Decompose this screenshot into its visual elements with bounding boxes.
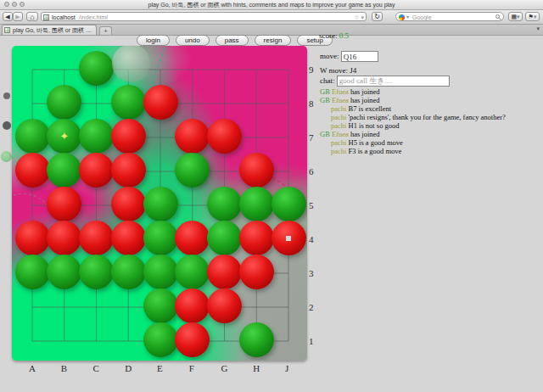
- green-stone-A7[interactable]: [15, 119, 50, 154]
- row-label-5: 5: [309, 200, 314, 210]
- green-stone-E5[interactable]: [143, 187, 178, 221]
- red-stone-B4[interactable]: [47, 221, 81, 255]
- panel-menu-button[interactable]: ▦▾: [508, 12, 523, 21]
- chat-log: GB Efuea has joinedGB Efuea has joinedpa…: [320, 87, 506, 155]
- green-stone-C3[interactable]: [79, 255, 114, 289]
- browser-window: { "window": { "title": "play Go, 바둑, 围棋 …: [0, 0, 543, 392]
- column-label-F: F: [189, 363, 194, 373]
- green-stone-B6[interactable]: [47, 153, 81, 188]
- move-input[interactable]: [341, 51, 378, 62]
- url-path: /index.html: [79, 14, 108, 21]
- chat-line: pachi F3 is a good move: [320, 147, 506, 155]
- google-logo-icon: [399, 14, 405, 20]
- green-stone-E1[interactable]: [143, 322, 178, 357]
- go-board[interactable]: ✦: [12, 46, 307, 361]
- row-label-7: 7: [309, 132, 314, 143]
- red-stone-C6[interactable]: [79, 153, 114, 188]
- red-stone-A6[interactable]: [15, 153, 50, 188]
- bookmarks-menu-button[interactable]: ⚑▾: [525, 12, 540, 21]
- red-stone-J4[interactable]: [272, 221, 306, 255]
- row-label-8: 8: [309, 98, 314, 109]
- green-stone-F3[interactable]: [175, 255, 210, 289]
- green-stone-J5[interactable]: [272, 187, 306, 221]
- row-label-9: 9: [309, 64, 314, 75]
- window-close-button[interactable]: [4, 2, 9, 7]
- red-stone-F7[interactable]: [175, 119, 210, 154]
- column-label-H: H: [253, 363, 260, 373]
- green-stone-C7[interactable]: [79, 119, 114, 154]
- window-zoom-button[interactable]: [20, 2, 25, 7]
- green-stone-D3[interactable]: [111, 255, 146, 289]
- column-label-G: G: [221, 363, 228, 373]
- green-stone-B8[interactable]: [47, 85, 81, 120]
- red-stone-B5[interactable]: [47, 187, 81, 221]
- green-stone-H5[interactable]: [239, 187, 274, 221]
- resign-button[interactable]: resign: [255, 35, 292, 46]
- red-stone-G7[interactable]: [207, 119, 242, 154]
- new-tab-button[interactable]: +: [99, 26, 112, 35]
- green-stone-G4[interactable]: [207, 221, 242, 255]
- red-stone-D5[interactable]: [111, 187, 146, 221]
- login-button[interactable]: login: [137, 35, 170, 46]
- red-stone-G3[interactable]: [207, 255, 242, 289]
- search-icon[interactable]: [495, 14, 500, 19]
- pass-button[interactable]: pass: [216, 35, 249, 46]
- green-stone-C9[interactable]: [79, 51, 114, 86]
- row-label-1: 1: [309, 336, 314, 346]
- red-stone-F2[interactable]: [175, 288, 210, 323]
- url-dropdown-icon[interactable]: ▾: [361, 14, 364, 20]
- home-icon[interactable]: ⌂: [26, 12, 38, 21]
- chat-line: pachi H1 is not so good: [320, 121, 506, 130]
- green-stone-B7[interactable]: ✦: [47, 119, 81, 154]
- search-engine-dropdown-icon[interactable]: ▾: [406, 14, 409, 21]
- reload-icon[interactable]: ↻: [372, 12, 383, 21]
- red-stone-F1[interactable]: [175, 322, 210, 357]
- red-stone-H4[interactable]: [239, 221, 274, 255]
- red-stone-G2[interactable]: [207, 288, 242, 323]
- green-stone-F6[interactable]: [175, 153, 210, 188]
- green-stone-G5[interactable]: [207, 187, 242, 221]
- red-stone-A4[interactable]: [15, 221, 50, 255]
- url-bar[interactable]: localhost /index.html ☆ ▾: [41, 12, 367, 21]
- green-stone-E3[interactable]: [143, 255, 178, 289]
- green-stone-E2[interactable]: [143, 288, 178, 323]
- url-host: localhost: [52, 14, 76, 21]
- tab-favicon-icon: [4, 27, 10, 33]
- chat-line: pachi B7 is excellent: [320, 104, 506, 113]
- red-stone-H6[interactable]: [239, 153, 274, 188]
- green-stone-H1[interactable]: [239, 322, 274, 357]
- red-stone-D6[interactable]: [111, 153, 146, 188]
- chat-line: pachi 'pachi resigns', thank you for the…: [320, 113, 506, 121]
- column-label-C: C: [93, 363, 99, 373]
- chat-line: pachi H5 is a good move: [320, 138, 506, 147]
- green-stone-A3[interactable]: [15, 255, 50, 289]
- tab-play-go[interactable]: play Go, 바둑, 围棋 or 圍棋 with h...: [2, 25, 97, 35]
- search-box[interactable]: ▾ Google: [395, 12, 504, 21]
- game-button-row: loginundopassresignsetup: [137, 31, 339, 46]
- undo-button[interactable]: undo: [176, 35, 210, 46]
- bookmark-star-icon[interactable]: ☆: [354, 14, 359, 20]
- red-stone-E8[interactable]: [143, 85, 178, 120]
- window-title: play Go, 바둑, 围棋 or 圍棋 with hints, commen…: [34, 1, 509, 9]
- red-stone-D4[interactable]: [111, 221, 146, 255]
- red-stone-H3[interactable]: [239, 255, 274, 289]
- score-line: score: 0.5: [319, 31, 349, 40]
- chat-input[interactable]: [337, 76, 450, 87]
- green-stone-E4[interactable]: [143, 221, 178, 255]
- move-label: move:: [320, 52, 339, 60]
- red-stone-C4[interactable]: [79, 221, 114, 255]
- list-all-tabs-icon[interactable]: ▾: [536, 25, 540, 32]
- row-label-6: 6: [309, 166, 314, 176]
- window-minimize-button[interactable]: [12, 2, 17, 7]
- column-label-J: J: [285, 363, 288, 373]
- green-stone-B3[interactable]: [47, 255, 81, 289]
- green-stone-D8[interactable]: [111, 85, 146, 120]
- chat-label: chat:: [320, 76, 335, 85]
- back-icon[interactable]: ◀: [3, 12, 13, 21]
- column-label-D: D: [125, 363, 132, 373]
- forward-icon[interactable]: ▶: [13, 12, 23, 21]
- side-dot-dark-1: [3, 92, 10, 99]
- red-stone-F4[interactable]: [175, 221, 210, 255]
- red-stone-D7[interactable]: [111, 119, 146, 154]
- chat-row: chat:: [320, 76, 450, 87]
